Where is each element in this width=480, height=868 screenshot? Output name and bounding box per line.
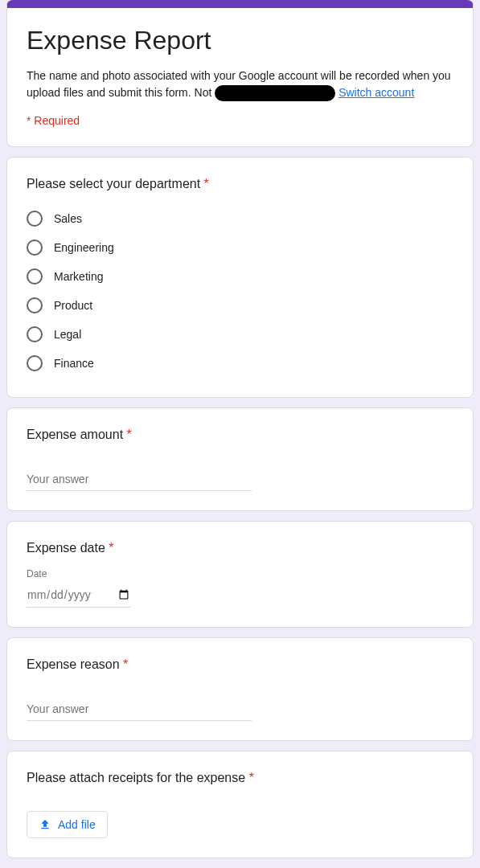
add-file-label: Add file bbox=[58, 818, 96, 831]
radio-icon bbox=[27, 268, 43, 285]
radio-label: Sales bbox=[54, 212, 82, 225]
radio-icon bbox=[27, 326, 43, 342]
radio-label: Product bbox=[54, 299, 92, 312]
radio-label: Engineering bbox=[54, 241, 114, 254]
radio-icon bbox=[27, 211, 43, 227]
radio-option-marketing[interactable]: Marketing bbox=[27, 262, 453, 291]
reason-input[interactable] bbox=[27, 698, 252, 721]
required-star: * bbox=[204, 177, 209, 190]
form-title: Expense Report bbox=[27, 24, 453, 58]
reason-label: Expense reason * bbox=[27, 657, 453, 672]
department-label-text: Please select your department bbox=[27, 177, 200, 190]
radio-label: Finance bbox=[54, 357, 94, 370]
radio-label: Legal bbox=[54, 328, 81, 341]
form-description: The name and photo associated with your … bbox=[27, 68, 453, 101]
date-question-card: Expense date * Date bbox=[6, 521, 474, 628]
upload-icon bbox=[39, 818, 51, 831]
reason-label-text: Expense reason bbox=[27, 657, 120, 671]
radio-option-legal[interactable]: Legal bbox=[27, 320, 453, 349]
radio-option-sales[interactable]: Sales bbox=[27, 204, 453, 233]
date-label-text: Expense date bbox=[27, 541, 105, 555]
date-label: Expense date * bbox=[27, 541, 453, 555]
required-note: * Required bbox=[27, 114, 453, 127]
amount-question-card: Expense amount * bbox=[6, 407, 474, 511]
switch-account-link[interactable]: Switch account bbox=[338, 86, 414, 99]
amount-input[interactable] bbox=[27, 468, 252, 491]
receipts-label-text: Please attach receipts for the expense bbox=[27, 771, 245, 784]
department-options: Sales Engineering Marketing Product Lega… bbox=[27, 204, 453, 378]
redacted-email bbox=[215, 85, 335, 101]
receipts-question-card: Please attach receipts for the expense *… bbox=[6, 751, 474, 858]
receipts-label: Please attach receipts for the expense * bbox=[27, 771, 453, 785]
add-file-button[interactable]: Add file bbox=[27, 811, 108, 838]
radio-icon bbox=[27, 297, 43, 313]
reason-question-card: Expense reason * bbox=[6, 637, 474, 741]
radio-option-engineering[interactable]: Engineering bbox=[27, 233, 453, 262]
date-sublabel: Date bbox=[27, 568, 453, 579]
radio-icon bbox=[27, 355, 43, 371]
required-star: * bbox=[127, 428, 132, 441]
department-question-card: Please select your department * Sales En… bbox=[6, 157, 474, 398]
form-header-card: Expense Report The name and photo associ… bbox=[6, 0, 474, 147]
required-star: * bbox=[249, 771, 254, 784]
radio-option-product[interactable]: Product bbox=[27, 291, 453, 320]
required-star: * bbox=[123, 657, 128, 671]
radio-option-finance[interactable]: Finance bbox=[27, 349, 453, 378]
department-label: Please select your department * bbox=[27, 177, 453, 191]
date-input[interactable] bbox=[27, 583, 131, 608]
radio-label: Marketing bbox=[54, 270, 103, 283]
amount-label-text: Expense amount bbox=[27, 428, 123, 441]
radio-icon bbox=[27, 240, 43, 256]
required-star: * bbox=[109, 541, 113, 555]
amount-label: Expense amount * bbox=[27, 428, 453, 442]
